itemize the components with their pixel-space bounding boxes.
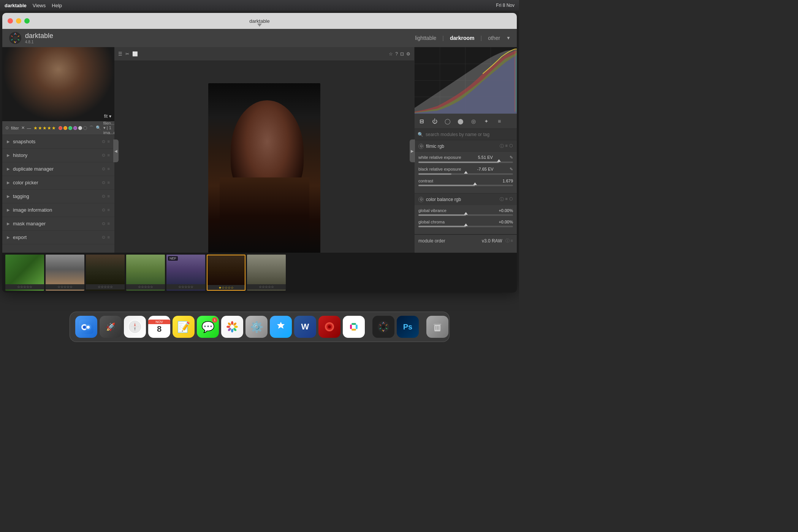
mod-circle-icon[interactable]: ◯ — [443, 117, 452, 125]
acc-info-tagging[interactable]: ⊙ — [102, 194, 105, 199]
param-white-picker[interactable]: ✎ — [510, 155, 513, 160]
menubar-views[interactable]: Views — [33, 3, 46, 8]
minimize-button[interactable] — [16, 18, 21, 24]
dock-calendar[interactable]: NOV 8 — [148, 316, 170, 338]
main-photo[interactable] — [208, 83, 320, 254]
colorbal-expand-icon[interactable]: ⬡ — [509, 196, 513, 202]
dot-orange[interactable] — [63, 126, 67, 130]
colorbal-menu-icon[interactable]: ≡ — [505, 196, 508, 202]
filter-combine[interactable]: ⌒ — [89, 125, 93, 131]
acc-menu-tagging[interactable]: ≡ — [108, 194, 110, 199]
filmic-info-icon[interactable]: ⓘ — [500, 143, 504, 149]
svg-rect-37 — [352, 329, 356, 331]
dock-word[interactable]: W — [294, 316, 316, 338]
mod-sliders-icon[interactable]: ⊟ — [418, 117, 426, 125]
fit-label[interactable]: fit ▾ — [104, 114, 111, 119]
mod-power-icon[interactable]: ⏻ — [431, 117, 439, 125]
filmstrip-thumb-6-active[interactable]: ★☆☆☆☆ — [207, 255, 245, 291]
dock-notes[interactable]: 📝 — [173, 316, 195, 338]
nav-darkroom[interactable]: darkroom — [447, 33, 478, 43]
dock-photoshop[interactable]: Ps — [397, 316, 419, 338]
filmstrip-thumb-4[interactable]: ☆☆☆☆☆ — [126, 255, 165, 291]
main-image-area[interactable] — [114, 61, 414, 277]
param-black-picker[interactable]: ✎ — [510, 167, 513, 172]
dock-messages[interactable]: 1 💬 — [197, 316, 219, 338]
acc-info-snapshots[interactable]: ⊙ — [102, 139, 105, 144]
toolbar-menu-icon[interactable]: ☰ — [118, 51, 122, 57]
acc-info-color-picker[interactable]: ⊙ — [102, 180, 105, 185]
nav-lighttable[interactable]: lighttable — [412, 33, 439, 43]
toolbar-crop-icon[interactable]: ✂ — [125, 51, 129, 57]
colorbal-info-icon[interactable]: ⓘ — [500, 196, 504, 202]
acc-menu-export[interactable]: ≡ — [108, 235, 110, 240]
acc-menu-image-info[interactable]: ≡ — [108, 207, 110, 212]
acc-menu-duplicate[interactable]: ≡ — [108, 166, 110, 171]
dot-gray[interactable] — [78, 126, 82, 130]
nef-badge: NEF — [168, 256, 178, 261]
close-button[interactable] — [8, 18, 13, 24]
mod-color-icon[interactable]: ⬤ — [456, 117, 465, 125]
menubar-app-name[interactable]: darktable — [5, 3, 27, 8]
toolbar-star-icon[interactable]: ☆ — [389, 51, 393, 57]
mod-correct-icon[interactable]: ◎ — [469, 117, 478, 125]
dock-trash[interactable] — [426, 316, 448, 338]
contrast-slider[interactable] — [418, 185, 513, 186]
dock-safari[interactable] — [124, 316, 146, 338]
dock-finder[interactable] — [75, 316, 97, 338]
black-exposure-slider[interactable] — [418, 173, 513, 175]
filter-x[interactable]: ✕ — [21, 125, 25, 130]
dock-davinci[interactable] — [318, 316, 340, 338]
filmstrip-thumb-3[interactable]: ☆☆☆☆☆ — [86, 255, 125, 291]
module-order-menu-icon[interactable]: ≡ — [511, 238, 513, 243]
acc-info-mask[interactable]: ⊙ — [102, 221, 105, 226]
filmstrip-thumb-5[interactable]: NEF ☆☆☆☆☆ — [166, 255, 205, 291]
dot-purple[interactable] — [73, 126, 77, 130]
dock-launchpad[interactable]: 🚀 — [100, 316, 122, 338]
chroma-slider[interactable] — [418, 226, 513, 227]
acc-arrow-color-picker: ▶ — [7, 180, 10, 185]
filmic-expand-icon[interactable]: ⬡ — [509, 143, 513, 149]
mod-list-icon[interactable]: ≡ — [495, 117, 504, 125]
module-search-input[interactable] — [426, 132, 514, 137]
colorbal-power-button[interactable]: ⏻ — [418, 197, 424, 202]
maximize-button[interactable] — [24, 18, 30, 24]
dot-red[interactable] — [59, 126, 62, 130]
module-order-info-icon[interactable]: ⓘ — [505, 238, 510, 243]
filmstrip-thumb-7[interactable]: ☆☆☆☆☆ — [247, 255, 286, 291]
dock-photos[interactable] — [221, 316, 243, 338]
dot-circle[interactable] — [83, 126, 87, 130]
nav-dropdown-icon[interactable]: ▼ — [506, 35, 511, 41]
dock-settings[interactable]: ⚙️ — [245, 316, 268, 338]
toolbar-help-icon[interactable]: ? — [395, 51, 398, 57]
filmic-menu-icon[interactable]: ≡ — [505, 143, 508, 149]
vibrance-slider[interactable] — [418, 214, 513, 216]
menubar-help[interactable]: Help — [52, 3, 62, 8]
dock-appstore[interactable] — [270, 316, 292, 338]
toolbar-display-icon[interactable]: ⬜ — [132, 51, 138, 57]
acc-menu-snapshots[interactable]: ≡ — [108, 139, 110, 144]
toolbar-settings-icon[interactable]: ⚙ — [406, 51, 410, 57]
filmstrip-thumb-2[interactable]: ☆☆☆☆☆ — [46, 255, 84, 291]
acc-info-export[interactable]: ⊙ — [102, 235, 105, 240]
dock-darktable[interactable] — [372, 316, 394, 338]
acc-menu-color-picker[interactable]: ≡ — [108, 180, 110, 185]
dock-slack[interactable] — [343, 316, 365, 338]
acc-info-history[interactable]: ⊙ — [102, 153, 105, 158]
filmic-power-button[interactable]: ⏻ — [418, 144, 424, 149]
module-search: 🔍 — [415, 129, 517, 140]
nav-other[interactable]: other — [485, 33, 503, 43]
acc-info-image-info[interactable]: ⊙ — [102, 207, 105, 212]
left-panel-handle[interactable]: ◀ — [113, 139, 119, 162]
right-panel-handle[interactable]: ▶ — [410, 139, 415, 162]
mod-detail-icon[interactable]: ✦ — [482, 117, 491, 125]
toolbar-overlay-icon[interactable]: ⊡ — [400, 51, 404, 57]
dot-green[interactable] — [68, 126, 72, 130]
filmstrip: ☆☆☆☆☆ ☆☆☆☆☆ ☆☆☆☆☆ ☆☆☆☆☆ NEF ☆☆☆☆☆ ★☆☆☆☆ … — [2, 253, 517, 293]
white-exposure-slider[interactable] — [418, 162, 513, 163]
filmstrip-thumb-1[interactable]: ☆☆☆☆☆ — [5, 255, 44, 291]
acc-menu-history[interactable]: ≡ — [108, 153, 110, 158]
acc-menu-mask[interactable]: ≡ — [108, 221, 110, 226]
search-icon[interactable]: 🔍 — [96, 125, 101, 130]
acc-info-duplicate[interactable]: ⊙ — [102, 166, 105, 171]
star-rating[interactable]: ★★★★★ — [33, 125, 56, 131]
